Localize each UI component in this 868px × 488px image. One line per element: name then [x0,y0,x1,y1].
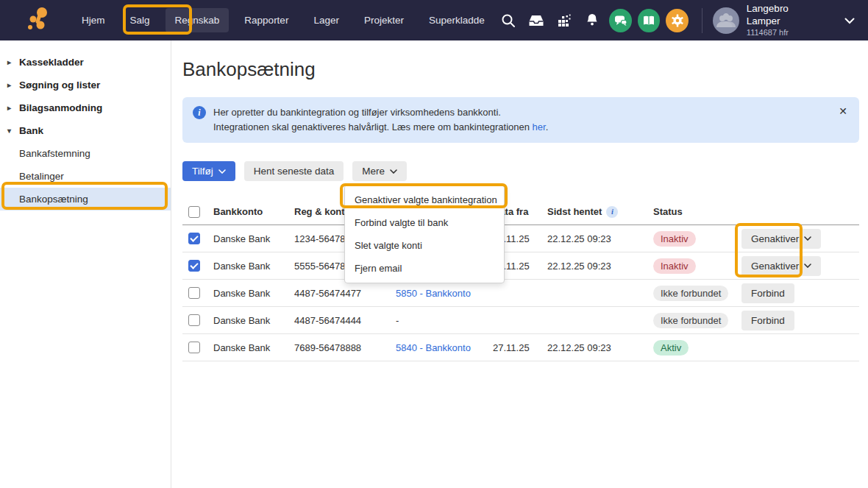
reactivate-button[interactable]: Genaktiver [741,229,821,249]
sidebar-item-bank[interactable]: ▾Bank [0,119,171,142]
bank-name: Danske Bank [213,315,294,326]
sidebar-item-label: Bank [19,125,43,136]
more-button-label: Mere [362,166,385,177]
chevron-right-icon: ▸ [7,58,19,66]
bank-name: Danske Bank [213,233,294,244]
nav-item-superkladde[interactable]: Superkladde [419,8,494,32]
main-content: Bankopsætning i Her opretter du bankinte… [171,40,868,488]
select-all-checkbox[interactable] [188,206,200,218]
bank-name: Danske Bank [213,288,294,299]
chevron-right-icon: ▸ [7,81,19,89]
connect-button[interactable]: Forbind [741,311,794,330]
menu-item-genaktiver-valgte-bankintegration[interactable]: Genaktiver valgte bankintegration [345,188,504,211]
close-icon[interactable]: ✕ [839,106,847,116]
data-fra: 27.11.25 [493,342,547,353]
info-icon: i [193,106,206,119]
header-status: Status [653,206,741,217]
add-button-label: Tilføj [192,166,213,177]
banner-link-her[interactable]: her [533,121,546,132]
nav-item-projekter[interactable]: Projekter [355,8,413,32]
row-checkbox[interactable] [188,342,200,353]
row-checkbox[interactable] [188,260,200,272]
banner-line2: Integrationen skal genaktiveres halvårli… [213,121,533,132]
menu-item-fjern-email[interactable]: Fjern email [345,257,504,280]
account-link[interactable]: 5840 - Bankkonto [396,342,471,353]
user-id: 1114687 hfr [747,28,818,38]
help-book-icon[interactable] [638,9,661,32]
sidst-hentet: 22.12.25 09:23 [547,261,653,272]
sidebar-item-bankafstemning[interactable]: Bankafstemning [0,142,171,165]
row-checkbox[interactable] [188,287,200,299]
sidebar-item-sogning-og-lister[interactable]: ▸Søgning og lister [0,74,171,96]
bank-accounts-table: Bankkonto Reg & konto Data fra Sidst hen… [182,199,859,361]
apps-grid-icon[interactable] [550,6,578,35]
sidebar: ▸Kassekladder ▸Søgning og lister ▸Bilags… [0,40,171,488]
connect-button-label: Forbind [751,315,785,326]
app-logo-icon[interactable] [25,4,53,37]
reactivate-button-label: Genaktiver [751,261,799,272]
reg-konto: 7689-56478888 [294,342,396,353]
notifications-bell-icon[interactable] [578,6,606,35]
sidebar-item-bankopsaetning[interactable]: Bankopsætning [0,188,171,211]
fetch-button-label: Hent seneste data [254,166,335,177]
navbar-divider [702,8,702,33]
reactivate-button[interactable]: Genaktiver [741,256,821,276]
sidst-hentet: 22.12.25 09:23 [547,233,653,244]
connect-button[interactable]: Forbind [741,283,794,303]
banner-text: Her opretter du bankintegration og tilfø… [213,105,548,135]
nav-item-salg[interactable]: Salg [121,8,160,32]
nav-item-regnskab[interactable]: Regnskab [166,8,230,32]
status-badge: Inaktiv [653,231,696,247]
nav-item-hjem[interactable]: Hjem [72,8,115,32]
header-bankkonto: Bankkonto [213,206,294,217]
table-row: Danske Bank 1234-564784 27.11.25 22.12.2… [182,225,859,252]
sidebar-item-betalinger[interactable]: Betalinger [0,165,171,188]
info-banner: i Her opretter du bankintegration og til… [182,97,859,143]
sidebar-item-kassekladder[interactable]: ▸Kassekladder [0,51,171,74]
nav-item-rapporter[interactable]: Rapporter [235,8,298,32]
main-nav: Hjem Salg Regnskab Rapporter Lager Proje… [72,8,494,32]
reg-konto: 4487-56474477 [294,288,396,299]
status-badge: Inaktiv [653,258,696,274]
header-sidst-label: Sidst hentet [547,206,602,217]
status-badge: Ikke forbundet [653,286,728,301]
reactivate-button-label: Genaktiver [751,233,799,244]
banner-line1: Her opretter du bankintegration og tilfø… [213,107,501,118]
account-cell: - [396,315,493,326]
row-checkbox[interactable] [188,233,200,244]
account-link[interactable]: 5850 - Bankkonto [396,288,471,299]
header-sidst-hentet: Sidst hentet i [547,206,653,218]
sidebar-item-label: Kassekladder [19,57,84,68]
sidebar-item-label: Søgning og lister [19,79,100,91]
table-header-row: Bankkonto Reg & konto Data fra Sidst hen… [182,199,859,225]
sidebar-item-bilagsanmodning[interactable]: ▸Bilagsanmodning [0,96,171,119]
nav-item-lager[interactable]: Lager [304,8,349,32]
menu-item-slet-valgte-konti[interactable]: Slet valgte konti [345,234,504,257]
more-button[interactable]: Mere [352,161,407,181]
more-dropdown-menu: Genaktiver valgte bankintegration Forbin… [344,185,505,283]
chevron-right-icon: ▸ [7,104,19,112]
user-name: Langebro Lamper [747,3,818,28]
search-icon[interactable] [494,6,522,35]
toolbar: Tilføj Hent seneste data Mere [182,161,859,181]
info-icon[interactable]: i [606,206,618,218]
reg-konto: 4487-56474444 [294,315,396,326]
bank-name: Danske Bank [213,261,294,272]
top-navbar: Hjem Salg Regnskab Rapporter Lager Proje… [0,0,868,40]
sidebar-item-label: Bilagsanmodning [19,102,102,113]
settings-gear-icon[interactable] [666,9,689,32]
status-badge: Aktiv [653,340,689,356]
menu-item-forbind-valgte-til-bank[interactable]: Forbind valgte til bank [345,211,504,234]
status-badge: Ikke forbundet [653,313,728,328]
add-button[interactable]: Tilføj [182,161,235,181]
table-row: Danske Bank 5555-564786 27.11.25 22.12.2… [182,252,859,280]
user-menu[interactable]: Langebro Lamper 1114687 hfr [713,3,855,38]
inbox-icon[interactable] [522,6,550,35]
row-checkbox[interactable] [188,314,200,326]
chevron-down-icon[interactable] [844,14,855,27]
page-title: Bankopsætning [182,57,859,81]
avatar [713,7,739,34]
table-row: Danske Bank 4487-56474477 5850 - Bankkon… [182,280,859,307]
support-chat-icon[interactable] [609,9,632,32]
fetch-latest-data-button[interactable]: Hent seneste data [244,161,344,181]
